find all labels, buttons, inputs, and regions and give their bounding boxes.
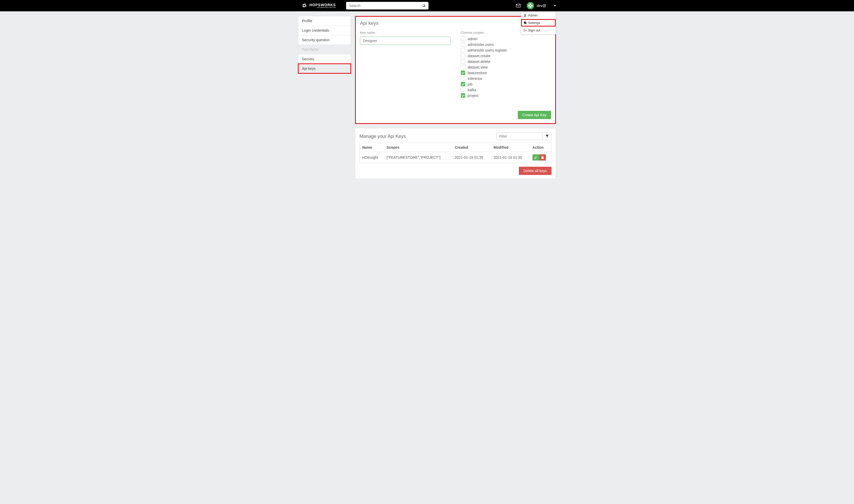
create-api-key-button[interactable]: Create Api Key [518,111,551,119]
cell-created: 2021-01-19 01:35 [452,152,491,163]
scope-label: job [468,82,473,86]
scope-label: featurestore [468,71,487,75]
settings-sidebar: Profile Login credentials Security quest… [298,16,351,73]
brand-subtext: ENTERPRISE EDITION [310,7,336,8]
manage-api-keys-panel: Manage your Api Keys Name Scopes Created… [355,128,556,179]
scope-row-kafka[interactable]: kafka [461,88,551,92]
gear-icon [524,21,526,24]
delete-all-keys-button[interactable]: Delete all keys [519,167,552,175]
svg-point-0 [303,4,304,5]
checkbox[interactable] [461,76,465,80]
sidebar-item-two-factor: Two-factor [298,45,351,54]
brand-logo[interactable]: HOPSWORKS ENTERPRISE EDITION [302,3,336,8]
user-icon [524,14,526,17]
table-row: HDInsight["FEATURESTORE","PROJECT"]2021-… [360,152,552,163]
checkbox[interactable] [461,93,465,98]
user-menu-toggle[interactable]: dev@ [527,2,556,9]
cell-scopes: ["FEATURESTORE","PROJECT"] [384,152,452,163]
checkbox[interactable] [461,42,465,47]
svg-point-4 [302,6,303,7]
scope-row-dataset-delete[interactable]: dataset.delete [461,59,551,64]
brand-text: HOPSWORKS [310,3,336,7]
scope-row-featurestore[interactable]: featurestore [461,71,551,75]
scope-label: dataset.view [468,65,488,69]
search-box[interactable] [346,2,429,10]
dropdown-item-label: Admin [528,13,538,17]
topnav: HOPSWORKS ENTERPRISE EDITION dev@ Adm [0,0,854,11]
filter-group [496,132,552,140]
key-name-label: Key name [360,31,451,35]
search-icon [422,4,426,7]
edit-button[interactable] [533,154,539,161]
col-modified: Modified [491,143,530,152]
scope-label: administer.users [468,42,494,47]
scope-label: inference [468,76,483,80]
col-action: Action [530,143,552,152]
dropdown-item-label: Sign out [528,28,540,32]
scope-label: project [468,93,478,98]
scope-row-administer-users-register[interactable]: administer.users.register [461,48,551,52]
col-created: Created [452,143,491,152]
trash-icon [541,156,544,159]
search-input[interactable] [349,4,422,8]
username: dev@ [537,4,546,8]
scope-row-inference[interactable]: inference [461,76,551,80]
col-scopes: Scopes [384,143,452,152]
sidebar-item-security-question[interactable]: Security question [298,35,351,45]
cell-action [530,152,552,163]
cell-name: HDInsight [360,152,384,163]
checkbox[interactable] [461,37,465,41]
dropdown-item-settings[interactable]: Settings [521,19,556,26]
user-dropdown: Admin Settings Sign out [521,11,556,34]
manage-title: Manage your Api Keys [360,134,406,139]
key-name-input[interactable] [360,37,451,45]
col-name: Name [360,143,384,152]
scope-row-dataset-view[interactable]: dataset.view [461,65,551,69]
checkbox[interactable] [461,71,465,75]
dropdown-item-signout[interactable]: Sign out [521,26,556,34]
filter-icon [546,135,549,138]
sidebar-item-login-credentials[interactable]: Login credentials [298,26,351,35]
scope-label: administer.users.register [468,48,507,52]
filter-input[interactable] [496,132,543,140]
checkbox[interactable] [461,88,465,92]
dropdown-item-admin[interactable]: Admin [521,12,556,19]
hopsworks-logo-icon [302,3,307,8]
checkbox[interactable] [461,54,465,58]
scope-row-project[interactable]: project [461,93,551,98]
checkbox[interactable] [461,65,465,69]
chevron-down-icon [554,5,556,6]
scope-label: dataset.create [468,54,491,58]
avatar [527,2,534,9]
svg-point-2 [305,5,307,7]
checkbox[interactable] [461,59,465,64]
scope-label: admin [468,37,477,41]
svg-point-1 [304,4,306,5]
edit-icon [534,156,537,159]
api-keys-table: Name Scopes Created Modified Action HDIn… [360,143,552,163]
svg-rect-5 [516,4,520,7]
sidebar-item-profile[interactable]: Profile [298,16,351,26]
scope-row-administer-users[interactable]: administer.users [461,42,551,47]
sidebar-item-secrets[interactable]: Secrets [298,54,351,64]
svg-point-3 [303,6,305,7]
sidebar-item-api-keys[interactable]: Api keys [298,64,351,73]
signout-icon [524,29,526,32]
filter-button[interactable] [543,132,552,140]
scope-label: kafka [468,88,476,92]
scope-row-admin[interactable]: admin [461,37,551,41]
mail-icon[interactable] [516,4,521,7]
scope-row-job[interactable]: job [461,82,551,86]
scope-label: dataset.delete [468,59,490,64]
dropdown-item-label: Settings [528,21,540,25]
cell-modified: 2021-01-19 01:35 [491,152,530,163]
checkbox[interactable] [461,82,465,86]
scopes-list: adminadminister.usersadminister.users.re… [461,37,551,98]
scope-row-dataset-create[interactable]: dataset.create [461,54,551,58]
checkbox[interactable] [461,48,465,52]
delete-button[interactable] [539,154,546,161]
